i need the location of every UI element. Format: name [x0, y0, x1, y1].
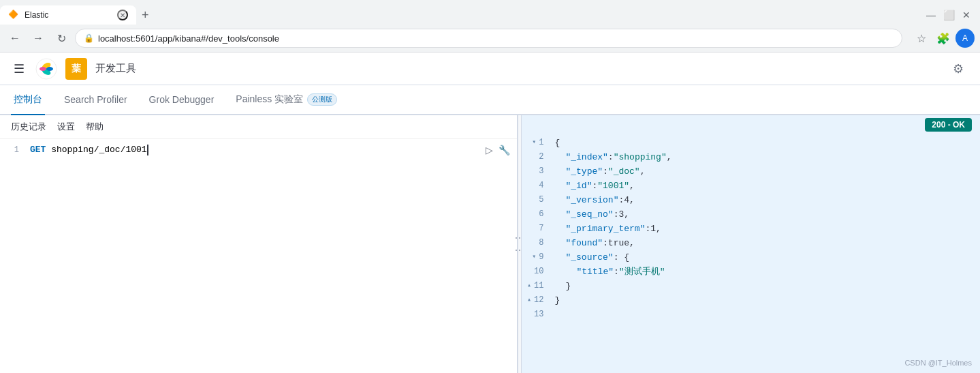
hamburger-menu-button[interactable]: ☰	[11, 59, 27, 79]
content-area: 历史记录 设置 帮助 1 GET shopping/_doc/1001 ▷ 🔧	[0, 115, 980, 373]
resp-line-7: 7	[527, 222, 543, 236]
tab-search-profiler-label: Search Profiler	[64, 94, 127, 105]
close-button[interactable]: ✕	[958, 7, 975, 23]
tab-favicon: 🔶	[8, 10, 19, 20]
maximize-button[interactable]: ⬜	[941, 7, 957, 23]
minimize-button[interactable]: —	[923, 7, 939, 23]
kibana-logo-letter: 葉	[72, 63, 81, 75]
browser-toolbar-actions: ☆ 🧩 A	[912, 29, 975, 48]
editor-content[interactable]: GET shopping/_doc/1001	[25, 139, 517, 373]
resp-line-title: "title" : "测试手机"	[554, 265, 975, 279]
address-bar[interactable]: 🔒 localhost:5601/app/kibana#/dev_tools/c…	[75, 29, 902, 48]
elastic-logo	[35, 58, 57, 80]
browser-chrome: 🔶 Elastic ✕ + — ⬜ ✕ ← → ↻ 🔒 localhost:56…	[0, 0, 980, 53]
resp-line-3: 3	[527, 164, 543, 179]
resp-line-5: 5	[527, 193, 543, 207]
resp-line-type: "_type" : "_doc",	[554, 164, 975, 179]
browser-tab[interactable]: 🔶 Elastic ✕	[0, 5, 136, 25]
resp-line-id: "_id" : "1001",	[554, 179, 975, 193]
resp-line-brace-open: {	[554, 136, 975, 150]
editor-actions: ▷ 🔧	[484, 143, 511, 157]
kibana-tabs: 控制台 Search Profiler Grok Debugger Painle…	[0, 85, 980, 115]
resp-line-12: ▴12	[527, 293, 543, 308]
resp-line-10: 10	[527, 265, 543, 279]
editor-toolbar: 历史记录 设置 帮助	[0, 115, 517, 139]
resp-line-8: 8	[527, 236, 543, 250]
resp-line-version: "_version" : 4,	[554, 193, 975, 207]
lock-icon: 🔒	[84, 33, 94, 43]
get-keyword: GET	[30, 143, 46, 158]
response-body: ▾1 2 3 4 5 6 7 8 ▾9 10 ▴11 ▴12 13 { "_in…	[522, 134, 980, 373]
extension-button[interactable]: 🧩	[934, 29, 953, 48]
window-controls: — ⬜ ✕	[923, 7, 980, 23]
response-header: 200 - OK	[522, 115, 980, 134]
tab-painless-lab-label: Painless 实验室	[236, 93, 303, 106]
resp-line-primary-term: "_primary_term" : 1,	[554, 222, 975, 236]
resp-line-1: ▾1	[527, 136, 543, 150]
resp-line-2: 2	[527, 150, 543, 164]
kibana-settings-button[interactable]: ⚙	[947, 58, 969, 80]
tab-console-label: 控制台	[14, 93, 42, 106]
tab-bar: 🔶 Elastic ✕ + — ⬜ ✕	[0, 0, 980, 25]
query-path: shopping/_doc/1001	[51, 143, 146, 158]
code-line-1: GET shopping/_doc/1001	[30, 143, 511, 158]
profile-button[interactable]: A	[955, 29, 975, 48]
settings-button[interactable]: 设置	[57, 119, 75, 134]
reload-button[interactable]: ↻	[52, 29, 71, 48]
editor-panel: 历史记录 设置 帮助 1 GET shopping/_doc/1001 ▷ 🔧	[0, 115, 518, 373]
svg-point-4	[46, 67, 53, 71]
app-title: 开发工具	[95, 62, 136, 75]
resp-line-11: ▴11	[527, 279, 543, 293]
kibana-app-icon[interactable]: 葉	[65, 58, 87, 80]
watermark: CSDN @IT_Holmes	[904, 359, 972, 367]
resp-line-source-close: }	[554, 279, 975, 293]
run-button[interactable]: ▷	[484, 143, 494, 157]
resp-line-source-open: "_source" : {	[554, 250, 975, 265]
tab-search-profiler[interactable]: Search Profiler	[61, 85, 130, 115]
resp-line-outer-close: }	[554, 293, 975, 308]
resp-line-empty	[554, 308, 975, 322]
tab-painless-lab[interactable]: Painless 实验室 公测版	[233, 85, 340, 115]
history-button[interactable]: 历史记录	[11, 119, 46, 134]
address-bar-row: ← → ↻ 🔒 localhost:5601/app/kibana#/dev_t…	[0, 25, 980, 52]
tab-close-button[interactable]: ✕	[117, 10, 128, 20]
bookmark-button[interactable]: ☆	[912, 29, 931, 48]
resp-line-9: ▾9	[527, 250, 543, 265]
beta-badge: 公测版	[307, 93, 337, 106]
resp-line-index: "_index" : "shopping",	[554, 150, 975, 164]
tab-console[interactable]: 控制台	[11, 85, 45, 115]
kibana-app: ☰ 葉 开发工具 ⚙ 控制台 Search Profiler Grok Debu…	[0, 53, 980, 373]
resp-line-6: 6	[527, 207, 543, 222]
forward-button[interactable]: →	[29, 29, 48, 48]
resp-line-found: "found" : true,	[554, 236, 975, 250]
resp-line-seqno: "_seq_no" : 3,	[554, 207, 975, 222]
new-tab-button[interactable]: +	[136, 8, 155, 23]
back-button[interactable]: ←	[5, 29, 25, 48]
tab-title: Elastic	[25, 10, 48, 20]
line-number-1: 1	[5, 143, 19, 158]
resp-line-13: 13	[527, 308, 543, 322]
help-button[interactable]: 帮助	[86, 119, 104, 134]
editor-line-numbers: 1	[0, 139, 25, 373]
wrench-button[interactable]: 🔧	[497, 143, 511, 157]
text-cursor	[147, 145, 148, 155]
kibana-topnav: ☰ 葉 开发工具 ⚙	[0, 53, 980, 85]
resp-content: { "_index" : "shopping", "_type" : "_doc…	[549, 134, 980, 373]
tab-grok-debugger[interactable]: Grok Debugger	[146, 85, 217, 115]
resp-line-numbers: ▾1 2 3 4 5 6 7 8 ▾9 10 ▴11 ▴12 13	[522, 134, 549, 373]
response-panel: 200 - OK ▾1 2 3 4 5 6 7 8 ▾9 10 ▴11 ▴12 …	[522, 115, 980, 373]
editor-body[interactable]: 1 GET shopping/_doc/1001 ▷ 🔧	[0, 139, 517, 373]
tab-grok-debugger-label: Grok Debugger	[149, 94, 215, 105]
resp-line-4: 4	[527, 179, 543, 193]
url-text: localhost:5601/app/kibana#/dev_tools/con…	[98, 33, 279, 44]
svg-point-3	[39, 67, 46, 71]
status-badge: 200 - OK	[925, 118, 972, 132]
